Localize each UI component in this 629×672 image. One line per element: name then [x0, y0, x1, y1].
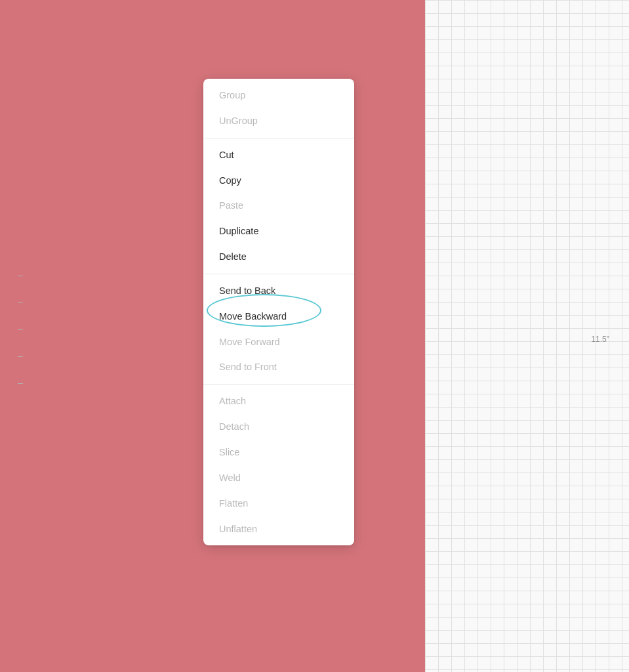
menu-item-ungroup: UnGroup [203, 108, 354, 134]
menu-item-delete[interactable]: Delete [203, 244, 354, 270]
menu-section-order-section: Send to BackMove BackwardMove ForwardSen… [203, 274, 354, 384]
menu-item-duplicate[interactable]: Duplicate [203, 219, 354, 244]
context-menu: GroupUnGroupCutCopyPasteDuplicateDeleteS… [203, 79, 354, 545]
side-ruler [20, 262, 21, 407]
menu-section-group-section: GroupUnGroup [203, 79, 354, 138]
menu-item-move-backward[interactable]: Move Backward [203, 304, 354, 329]
menu-item-unflatten: Unflatten [203, 516, 354, 542]
menu-item-slice: Slice [203, 440, 354, 465]
menu-item-move-forward: Move Forward [203, 329, 354, 355]
menu-item-weld: Weld [203, 465, 354, 491]
ruler-label: 11.5" [591, 335, 609, 344]
menu-item-send-to-back[interactable]: Send to Back [203, 278, 354, 304]
menu-item-cut[interactable]: Cut [203, 142, 354, 168]
right-canvas: 11.5" [425, 0, 629, 672]
menu-item-detach: Detach [203, 414, 354, 440]
menu-item-paste: Paste [203, 193, 354, 219]
menu-section-clipboard-section: CutCopyPasteDuplicateDelete [203, 138, 354, 274]
menu-item-flatten: Flatten [203, 491, 354, 516]
menu-item-group: Group [203, 83, 354, 108]
menu-item-attach: Attach [203, 388, 354, 414]
menu-item-send-to-front: Send to Front [203, 354, 354, 380]
menu-section-tools-section: AttachDetachSliceWeldFlattenUnflatten [203, 384, 354, 545]
menu-item-copy[interactable]: Copy [203, 168, 354, 194]
